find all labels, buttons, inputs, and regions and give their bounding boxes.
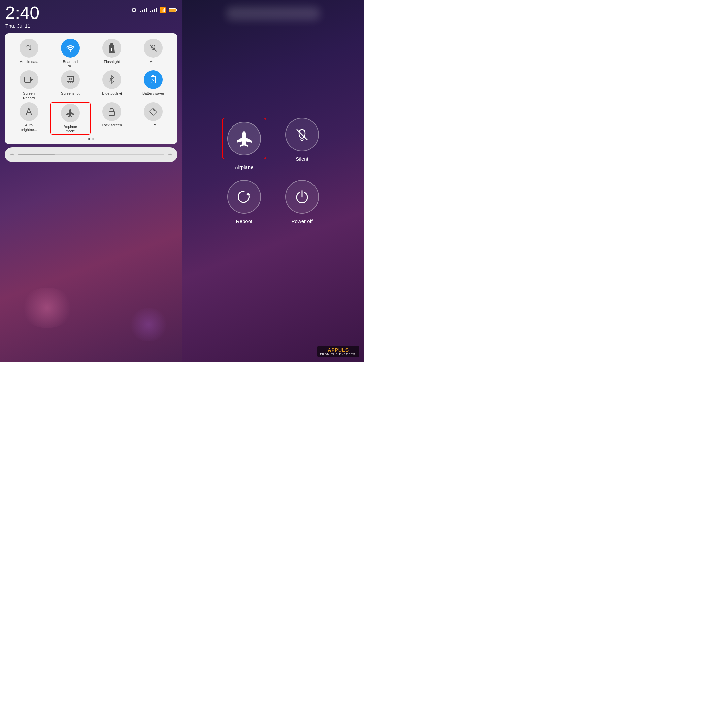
battery-saver-icon-svg [150, 75, 157, 84]
auto-brightness-label: Auto brightne... [17, 123, 41, 132]
lock-screen-button[interactable] [102, 102, 121, 121]
mute-label: Mute [149, 59, 157, 64]
wifi-icon-svg [66, 44, 75, 52]
brightness-bar[interactable]: ☀ ☀ [5, 147, 177, 162]
bar3 [153, 9, 154, 12]
silent-power-button[interactable] [285, 118, 319, 151]
svg-rect-4 [24, 77, 31, 82]
svg-marker-14 [153, 109, 156, 112]
airplane-large-icon [236, 130, 253, 147]
airplane-power-button[interactable] [227, 122, 261, 156]
flashlight-label: Flashlight [104, 59, 120, 64]
reboot-power-button[interactable] [227, 180, 261, 214]
quick-item-airplane-mode[interactable]: Airplane mode [50, 102, 90, 134]
signal-strength-2 [150, 8, 157, 12]
brightness-max-icon: ☀ [167, 151, 173, 159]
gps-label: GPS [150, 123, 157, 128]
power-item-reboot[interactable]: Reboot [222, 180, 266, 224]
bar2 [142, 10, 143, 12]
bluetooth-icon-svg [109, 75, 115, 84]
wifi-label: Bear and Pa... [58, 59, 82, 68]
battery-saver-label: Battery saver [142, 91, 164, 96]
mute-icon-svg [149, 44, 158, 52]
svg-marker-16 [246, 193, 250, 195]
power-item-power-off[interactable]: Power off [280, 180, 324, 224]
quick-item-screen-record[interactable]: Screen Record [9, 70, 49, 100]
svg-marker-5 [31, 78, 33, 81]
lock-screen-label: Lock screen [102, 123, 122, 128]
airplane-mode-button[interactable] [61, 104, 80, 122]
blur-effect [226, 7, 320, 20]
mute-button[interactable] [144, 39, 163, 58]
gps-button[interactable] [144, 102, 163, 121]
page-indicators [9, 138, 173, 140]
wifi-icon: 📶 [159, 7, 166, 14]
flashlight-button[interactable] [102, 39, 121, 58]
page-dot-2[interactable] [92, 138, 94, 140]
watermark-subtitle: FROM THE EXPERTS! [320, 352, 356, 355]
watermark-title: APPULS [327, 347, 349, 352]
power-item-airplane[interactable]: Airplane [222, 118, 266, 170]
svg-rect-0 [110, 43, 113, 46]
power-off-button[interactable] [285, 180, 319, 214]
flashlight-icon-svg [108, 43, 116, 53]
bar3 [144, 9, 145, 12]
lock-icon-svg [108, 107, 116, 116]
bar1 [140, 11, 141, 12]
quick-item-auto-brightness[interactable]: A Auto brightne... [9, 102, 49, 134]
gps-icon-svg [149, 107, 158, 116]
bar1 [150, 11, 150, 12]
brightness-track[interactable] [18, 154, 164, 156]
reboot-power-label: Reboot [236, 218, 252, 224]
gear-icon[interactable]: ⚙ [131, 6, 137, 14]
power-off-label: Power off [291, 218, 312, 224]
status-icons: ⚙ 📶 [131, 6, 176, 14]
bar4 [156, 8, 157, 12]
silent-icon [294, 127, 310, 142]
svg-rect-6 [67, 76, 74, 82]
bar2 [151, 10, 153, 12]
svg-rect-11 [151, 76, 156, 83]
screen-record-icon-svg [24, 76, 34, 84]
airplane-mode-label: Airplane mode [58, 125, 82, 133]
quick-item-wifi[interactable]: Bear and Pa... [50, 39, 90, 68]
quick-settings-panel: ⇅ Mobile data Bear and Pa... [5, 33, 177, 144]
page-dot-1[interactable] [88, 138, 90, 140]
bluetooth-label: Bluetooth ◀ [102, 91, 122, 96]
power-grid: Airplane Silent Reboot [222, 118, 324, 224]
quick-item-flashlight[interactable]: Flashlight [92, 39, 132, 68]
quick-item-lock-screen[interactable]: Lock screen [92, 102, 132, 134]
battery-saver-button[interactable] [144, 70, 163, 89]
reboot-icon [236, 189, 252, 205]
bg-blob-1 [20, 288, 74, 328]
screenshot-button[interactable] [61, 70, 80, 89]
power-off-icon [294, 189, 310, 204]
bar4 [146, 8, 147, 12]
date: Thu, Jul 11 [5, 23, 176, 29]
screen-record-label: Screen Record [17, 91, 41, 100]
battery-icon [169, 8, 176, 12]
left-panel: 2:40 Thu, Jul 11 ⚙ 📶 ⇅ Mobile data [0, 0, 182, 362]
bg-blob-2 [128, 308, 169, 342]
svg-rect-13 [109, 111, 115, 116]
brightness-min-icon: ☀ [9, 151, 15, 159]
auto-brightness-button[interactable]: A [20, 102, 38, 121]
quick-item-mobile-data[interactable]: ⇅ Mobile data [9, 39, 49, 68]
power-item-silent[interactable]: Silent [280, 118, 324, 170]
quick-item-bluetooth[interactable]: Bluetooth ◀ [92, 70, 132, 100]
quick-item-screenshot[interactable]: Screenshot [50, 70, 90, 100]
bluetooth-button[interactable] [102, 70, 121, 89]
signal-strength-1 [140, 8, 147, 12]
wifi-button[interactable] [61, 39, 80, 58]
screen-record-button[interactable] [20, 70, 38, 89]
quick-item-mute[interactable]: Mute [133, 39, 173, 68]
watermark: APPULS FROM THE EXPERTS! [317, 346, 359, 357]
airplane-highlight-box [222, 118, 266, 159]
quick-item-gps[interactable]: GPS [133, 102, 173, 134]
mobile-data-button[interactable]: ⇅ [20, 39, 38, 58]
screenshot-label: Screenshot [61, 91, 80, 96]
screenshot-icon-svg [66, 75, 75, 84]
svg-point-7 [69, 78, 71, 80]
quick-item-battery-saver[interactable]: Battery saver [133, 70, 173, 100]
brightness-fill [18, 154, 55, 156]
